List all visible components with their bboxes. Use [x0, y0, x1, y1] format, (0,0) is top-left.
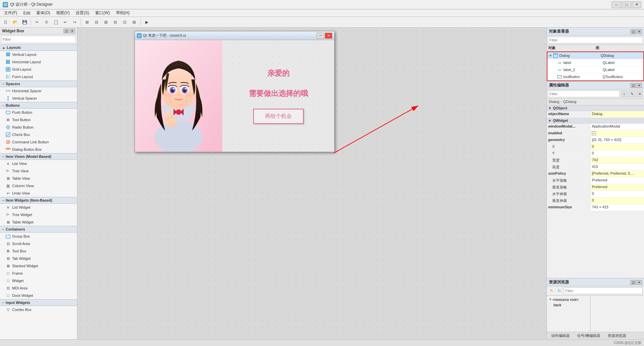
- widget-stacked-widget[interactable]: ⊞ Stacked Widget: [0, 262, 77, 270]
- widget-tool-button[interactable]: ⚙ Tool Button: [0, 116, 77, 124]
- menu-window[interactable]: 窗口(W): [92, 9, 112, 16]
- canvas-area[interactable]: Qt Qt 考虑一下吧 - closeUI.ui ─ ✕: [77, 28, 546, 339]
- section-containers[interactable]: ─ Containers: [0, 226, 77, 233]
- resource-refresh-btn[interactable]: ↻: [556, 288, 563, 294]
- prop-windowmodal-value[interactable]: ApplicationModal: [591, 124, 644, 130]
- resource-root[interactable]: ▼ <resource root>: [548, 297, 589, 302]
- prop-sizepolicy-value[interactable]: [Preferred, Preferred, 0,...: [591, 171, 644, 177]
- prop-hpolicy-value[interactable]: Preferred: [591, 177, 644, 184]
- toolbar-layout5[interactable]: ⊡: [120, 18, 129, 26]
- widget-form-layout[interactable]: Form Layout: [0, 73, 77, 80]
- prop-filter-add[interactable]: +: [621, 91, 628, 97]
- widget-radio-button[interactable]: Radio Button: [0, 124, 77, 131]
- prop-group-qwidget[interactable]: ▼ QWidget: [547, 118, 644, 124]
- menu-form[interactable]: 窗体(O): [34, 9, 53, 16]
- dialog-chance-button[interactable]: 再给个机会: [253, 109, 304, 124]
- prop-objectname-value[interactable]: Dialog: [591, 111, 644, 117]
- widget-command-link[interactable]: Command Link Button: [0, 138, 77, 146]
- obj-row-toolbutton[interactable]: toolButton QToolButton: [547, 73, 643, 80]
- widget-vertical-layout[interactable]: Vertical Layout: [0, 51, 77, 58]
- obj-row-label2[interactable]: Ab label_2 QLabel: [547, 66, 643, 73]
- prop-filter-delete[interactable]: ✕: [636, 91, 643, 97]
- widget-dock-widget[interactable]: □ Dock Widget: [0, 292, 77, 299]
- widget-combo-box[interactable]: ▽ Combo Box: [0, 306, 77, 313]
- toolbar-new[interactable]: 🗋: [1, 18, 10, 26]
- resource-back[interactable]: back: [548, 302, 589, 308]
- prop-group-qobject[interactable]: ▼ QObject: [547, 105, 644, 111]
- widget-filter-input[interactable]: [1, 36, 76, 43]
- toolbar-redo[interactable]: ↪: [70, 18, 79, 26]
- toolbar-cut[interactable]: ✂: [33, 18, 41, 26]
- prop-width-value[interactable]: 743: [591, 157, 644, 164]
- dialog-close[interactable]: ✕: [325, 33, 332, 39]
- menu-help[interactable]: 帮助(H): [113, 9, 132, 16]
- section-layouts[interactable]: ▲ Layouts: [0, 44, 77, 51]
- widget-box-close[interactable]: ✕: [70, 29, 75, 33]
- tab-action-editor[interactable]: 动作编辑器: [548, 332, 573, 339]
- widget-tree-view[interactable]: ⊢ Tree View: [0, 167, 77, 175]
- prop-editor-float[interactable]: ◫: [631, 83, 636, 88]
- toolbar-layout2[interactable]: ⊟: [92, 18, 101, 26]
- prop-minsize-value[interactable]: 743 × 415: [591, 204, 644, 211]
- prop-y-value[interactable]: 0: [591, 150, 644, 157]
- widget-horizontal-spacer[interactable]: Horizontal Spacer: [0, 87, 77, 95]
- widget-box-float[interactable]: ◫: [64, 29, 69, 33]
- prop-x-value[interactable]: 0: [591, 144, 644, 150]
- section-item-views[interactable]: ─ Item Views (Model-Based): [0, 153, 77, 160]
- section-input-widgets[interactable]: ─ Input Widgets: [0, 299, 77, 306]
- toolbar-layout1[interactable]: ⊞: [83, 18, 91, 26]
- enabled-checkbox[interactable]: ✓: [592, 131, 596, 135]
- obj-filter-input[interactable]: [548, 37, 643, 43]
- obj-inspector-close[interactable]: ✕: [637, 29, 642, 34]
- resource-edit-btn[interactable]: ✎: [548, 288, 555, 294]
- widget-list-widget[interactable]: ≡ List Widget: [0, 204, 77, 211]
- prop-enabled-value[interactable]: ✓: [591, 130, 644, 137]
- tab-signal-slot-editor[interactable]: 信号/槽编辑器: [574, 332, 603, 339]
- widget-widget[interactable]: □ Widget: [0, 277, 77, 284]
- dialog-minimize[interactable]: ─: [317, 33, 324, 39]
- widget-list-view[interactable]: ≡ List View: [0, 160, 77, 167]
- minimize-button[interactable]: ─: [612, 1, 621, 8]
- section-spacers[interactable]: ─ Spacers: [0, 80, 77, 87]
- widget-scroll-area[interactable]: ⊡ Scroll Area: [0, 240, 77, 247]
- widget-check-box[interactable]: Check Box: [0, 131, 77, 138]
- widget-undo-view[interactable]: ↩ Undo View: [0, 189, 77, 197]
- toolbar-save[interactable]: 💾: [20, 18, 29, 26]
- close-button[interactable]: ✕: [632, 1, 641, 8]
- widget-vertical-spacer[interactable]: Vertical Spacer: [0, 95, 77, 102]
- toolbar-layout6[interactable]: ⊞: [130, 18, 139, 26]
- prop-editor-close[interactable]: ✕: [637, 83, 642, 88]
- widget-tab-widget[interactable]: ⊟ Tab Widget: [0, 255, 77, 262]
- menu-file[interactable]: 文件(F): [1, 9, 20, 16]
- widget-frame[interactable]: □ Frame: [0, 270, 77, 277]
- widget-group-box[interactable]: G Group Box: [0, 233, 77, 240]
- widget-tree-widget[interactable]: ⊢ Tree Widget: [0, 211, 77, 218]
- prop-geometry-value[interactable]: [(0, 0), 743 × 415]: [591, 137, 644, 143]
- maximize-button[interactable]: □: [622, 1, 631, 8]
- toolbar-copy[interactable]: ⎘: [42, 18, 51, 26]
- prop-vpolicy-value[interactable]: Preferred: [591, 184, 644, 191]
- resource-browser-close[interactable]: ✕: [637, 280, 642, 285]
- toolbar-layout4[interactable]: ⊟: [111, 18, 120, 26]
- menu-edit[interactable]: Edit: [21, 10, 33, 16]
- widget-dialog-button-box[interactable]: Dialog Button Box: [0, 146, 77, 153]
- toolbar-undo[interactable]: ↩: [61, 18, 70, 26]
- prop-height-value[interactable]: 415: [591, 164, 644, 170]
- obj-row-label[interactable]: Ab label QLabel: [547, 59, 643, 66]
- resource-browser-float[interactable]: ◫: [631, 280, 636, 285]
- obj-inspector-float[interactable]: ◫: [631, 29, 636, 34]
- widget-column-view[interactable]: ▥ Column View: [0, 182, 77, 189]
- toolbar-layout3[interactable]: ⊞: [102, 18, 110, 26]
- resource-filter-input[interactable]: [564, 287, 643, 294]
- toolbar-open[interactable]: 📂: [11, 18, 20, 26]
- prop-filter-input[interactable]: [548, 91, 620, 97]
- toolbar-paste[interactable]: 📋: [51, 18, 60, 26]
- dialog-window[interactable]: Qt Qt 考虑一下吧 - closeUI.ui ─ ✕: [135, 31, 335, 152]
- widget-table-widget[interactable]: ⊞ Table Widget: [0, 218, 77, 226]
- widget-tool-box[interactable]: ⚙ Tool Box: [0, 247, 77, 255]
- menu-view[interactable]: 视图(V): [53, 9, 72, 16]
- prop-hstretch-value[interactable]: 0: [591, 191, 644, 197]
- obj-expand-dialog[interactable]: ▼: [549, 54, 553, 58]
- widget-push-button[interactable]: Push Button: [0, 109, 77, 116]
- tab-resource-browser[interactable]: 资源浏览器: [605, 332, 629, 339]
